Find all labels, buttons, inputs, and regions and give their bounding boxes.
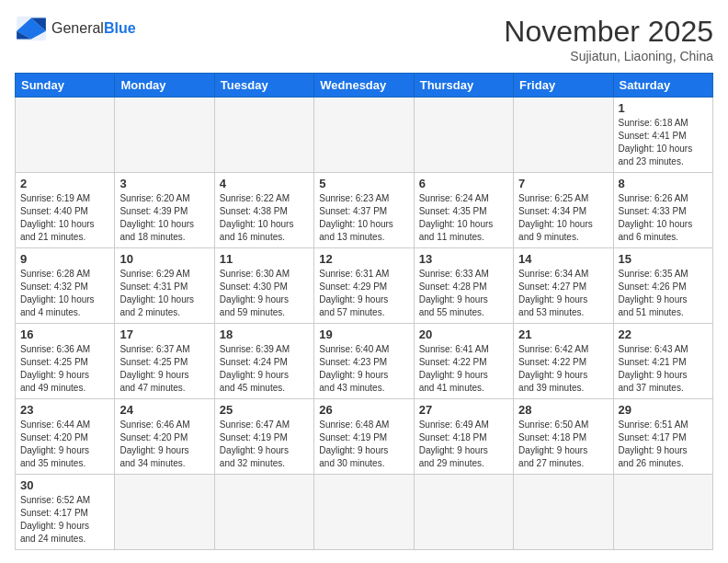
weekday-header-monday: Monday bbox=[115, 74, 214, 98]
calendar-cell: 21Sunrise: 6:42 AM Sunset: 4:22 PM Dayli… bbox=[514, 324, 613, 399]
day-info: Sunrise: 6:29 AM Sunset: 4:31 PM Dayligh… bbox=[119, 268, 209, 319]
day-info: Sunrise: 6:18 AM Sunset: 4:41 PM Dayligh… bbox=[619, 117, 708, 168]
weekday-header-saturday: Saturday bbox=[613, 74, 712, 98]
day-number: 30 bbox=[20, 478, 109, 492]
calendar-cell: 12Sunrise: 6:31 AM Sunset: 4:29 PM Dayli… bbox=[314, 248, 414, 324]
calendar-cell: 25Sunrise: 6:47 AM Sunset: 4:19 PM Dayli… bbox=[214, 399, 313, 475]
day-number: 10 bbox=[119, 252, 209, 266]
day-info: Sunrise: 6:51 AM Sunset: 4:17 PM Dayligh… bbox=[619, 419, 708, 470]
calendar-cell: 23Sunrise: 6:44 AM Sunset: 4:20 PM Dayli… bbox=[16, 399, 115, 475]
day-number: 24 bbox=[119, 403, 209, 417]
week-row-1: 1Sunrise: 6:18 AM Sunset: 4:41 PM Daylig… bbox=[16, 98, 713, 173]
day-number: 14 bbox=[518, 252, 608, 266]
calendar-cell: 15Sunrise: 6:35 AM Sunset: 4:26 PM Dayli… bbox=[613, 248, 712, 324]
title-block: November 2025 Sujiatun, Liaoning, China bbox=[504, 15, 713, 63]
day-info: Sunrise: 6:50 AM Sunset: 4:18 PM Dayligh… bbox=[518, 419, 608, 470]
week-row-6: 30Sunrise: 6:52 AM Sunset: 4:17 PM Dayli… bbox=[16, 475, 713, 550]
weekday-header-thursday: Thursday bbox=[414, 74, 513, 98]
calendar-cell: 26Sunrise: 6:48 AM Sunset: 4:19 PM Dayli… bbox=[314, 399, 414, 475]
calendar-cell: 27Sunrise: 6:49 AM Sunset: 4:18 PM Dayli… bbox=[414, 399, 513, 475]
calendar-cell bbox=[115, 98, 214, 173]
day-number: 7 bbox=[518, 177, 608, 190]
calendar-cell bbox=[514, 475, 613, 550]
day-info: Sunrise: 6:42 AM Sunset: 4:22 PM Dayligh… bbox=[518, 343, 608, 395]
day-number: 15 bbox=[619, 252, 708, 266]
calendar-cell bbox=[613, 475, 712, 550]
day-number: 18 bbox=[220, 327, 309, 341]
day-info: Sunrise: 6:20 AM Sunset: 4:39 PM Dayligh… bbox=[119, 192, 209, 244]
day-number: 4 bbox=[220, 177, 309, 190]
calendar-cell: 1Sunrise: 6:18 AM Sunset: 4:41 PM Daylig… bbox=[613, 98, 712, 173]
day-number: 11 bbox=[220, 252, 309, 266]
day-info: Sunrise: 6:33 AM Sunset: 4:28 PM Dayligh… bbox=[419, 268, 508, 319]
page-header: GeneralBlue November 2025 Sujiatun, Liao… bbox=[15, 15, 713, 63]
calendar-cell: 2Sunrise: 6:19 AM Sunset: 4:40 PM Daylig… bbox=[16, 173, 115, 248]
day-number: 2 bbox=[20, 177, 109, 190]
day-info: Sunrise: 6:26 AM Sunset: 4:33 PM Dayligh… bbox=[619, 192, 708, 244]
day-info: Sunrise: 6:52 AM Sunset: 4:17 PM Dayligh… bbox=[20, 494, 109, 546]
weekday-header-sunday: Sunday bbox=[16, 74, 115, 98]
week-row-4: 16Sunrise: 6:36 AM Sunset: 4:25 PM Dayli… bbox=[16, 324, 713, 399]
day-info: Sunrise: 6:36 AM Sunset: 4:25 PM Dayligh… bbox=[20, 343, 109, 395]
calendar-cell bbox=[314, 98, 414, 173]
calendar-cell bbox=[514, 98, 613, 173]
calendar-cell bbox=[314, 475, 414, 550]
calendar: SundayMondayTuesdayWednesdayThursdayFrid… bbox=[15, 73, 713, 550]
day-number: 22 bbox=[619, 327, 708, 341]
day-info: Sunrise: 6:30 AM Sunset: 4:30 PM Dayligh… bbox=[220, 268, 309, 319]
calendar-cell: 29Sunrise: 6:51 AM Sunset: 4:17 PM Dayli… bbox=[613, 399, 712, 475]
day-info: Sunrise: 6:34 AM Sunset: 4:27 PM Dayligh… bbox=[518, 268, 608, 319]
calendar-cell: 17Sunrise: 6:37 AM Sunset: 4:25 PM Dayli… bbox=[115, 324, 214, 399]
day-info: Sunrise: 6:25 AM Sunset: 4:34 PM Dayligh… bbox=[518, 192, 608, 244]
day-number: 3 bbox=[119, 177, 209, 190]
day-info: Sunrise: 6:31 AM Sunset: 4:29 PM Dayligh… bbox=[319, 268, 408, 319]
calendar-cell: 5Sunrise: 6:23 AM Sunset: 4:37 PM Daylig… bbox=[314, 173, 414, 248]
month-title: November 2025 bbox=[504, 15, 713, 49]
calendar-cell bbox=[214, 98, 313, 173]
day-info: Sunrise: 6:46 AM Sunset: 4:20 PM Dayligh… bbox=[119, 419, 209, 470]
day-info: Sunrise: 6:41 AM Sunset: 4:22 PM Dayligh… bbox=[419, 343, 508, 395]
day-number: 13 bbox=[419, 252, 508, 266]
calendar-cell: 4Sunrise: 6:22 AM Sunset: 4:38 PM Daylig… bbox=[214, 173, 313, 248]
week-row-3: 9Sunrise: 6:28 AM Sunset: 4:32 PM Daylig… bbox=[16, 248, 713, 324]
day-info: Sunrise: 6:24 AM Sunset: 4:35 PM Dayligh… bbox=[419, 192, 508, 244]
day-info: Sunrise: 6:22 AM Sunset: 4:38 PM Dayligh… bbox=[220, 192, 309, 244]
calendar-cell: 7Sunrise: 6:25 AM Sunset: 4:34 PM Daylig… bbox=[514, 173, 613, 248]
day-number: 12 bbox=[319, 252, 408, 266]
day-number: 20 bbox=[419, 327, 508, 341]
day-info: Sunrise: 6:35 AM Sunset: 4:26 PM Dayligh… bbox=[619, 268, 708, 319]
calendar-cell: 28Sunrise: 6:50 AM Sunset: 4:18 PM Dayli… bbox=[514, 399, 613, 475]
day-number: 25 bbox=[220, 403, 309, 417]
calendar-cell: 22Sunrise: 6:43 AM Sunset: 4:21 PM Dayli… bbox=[613, 324, 712, 399]
weekday-header-friday: Friday bbox=[514, 74, 613, 98]
calendar-cell bbox=[414, 475, 513, 550]
day-info: Sunrise: 6:43 AM Sunset: 4:21 PM Dayligh… bbox=[619, 343, 708, 395]
calendar-cell: 13Sunrise: 6:33 AM Sunset: 4:28 PM Dayli… bbox=[414, 248, 513, 324]
logo-text: GeneralBlue bbox=[51, 20, 136, 37]
day-info: Sunrise: 6:19 AM Sunset: 4:40 PM Dayligh… bbox=[20, 192, 109, 244]
calendar-cell bbox=[414, 98, 513, 173]
day-number: 1 bbox=[619, 101, 708, 115]
day-info: Sunrise: 6:40 AM Sunset: 4:23 PM Dayligh… bbox=[319, 343, 408, 395]
weekday-header-tuesday: Tuesday bbox=[214, 74, 313, 98]
calendar-cell: 14Sunrise: 6:34 AM Sunset: 4:27 PM Dayli… bbox=[514, 248, 613, 324]
calendar-cell: 9Sunrise: 6:28 AM Sunset: 4:32 PM Daylig… bbox=[16, 248, 115, 324]
calendar-cell: 8Sunrise: 6:26 AM Sunset: 4:33 PM Daylig… bbox=[613, 173, 712, 248]
day-number: 26 bbox=[319, 403, 408, 417]
calendar-cell bbox=[214, 475, 313, 550]
day-number: 5 bbox=[319, 177, 408, 190]
logo: GeneralBlue bbox=[15, 15, 136, 42]
calendar-cell: 16Sunrise: 6:36 AM Sunset: 4:25 PM Dayli… bbox=[16, 324, 115, 399]
calendar-cell bbox=[115, 475, 214, 550]
calendar-cell: 19Sunrise: 6:40 AM Sunset: 4:23 PM Dayli… bbox=[314, 324, 414, 399]
day-info: Sunrise: 6:39 AM Sunset: 4:24 PM Dayligh… bbox=[220, 343, 309, 395]
day-info: Sunrise: 6:49 AM Sunset: 4:18 PM Dayligh… bbox=[419, 419, 508, 470]
calendar-cell: 11Sunrise: 6:30 AM Sunset: 4:30 PM Dayli… bbox=[214, 248, 313, 324]
day-info: Sunrise: 6:23 AM Sunset: 4:37 PM Dayligh… bbox=[319, 192, 408, 244]
day-info: Sunrise: 6:37 AM Sunset: 4:25 PM Dayligh… bbox=[119, 343, 209, 395]
calendar-cell: 30Sunrise: 6:52 AM Sunset: 4:17 PM Dayli… bbox=[16, 475, 115, 550]
day-number: 27 bbox=[419, 403, 508, 417]
calendar-cell: 3Sunrise: 6:20 AM Sunset: 4:39 PM Daylig… bbox=[115, 173, 214, 248]
day-number: 8 bbox=[619, 177, 708, 190]
day-number: 21 bbox=[518, 327, 608, 341]
